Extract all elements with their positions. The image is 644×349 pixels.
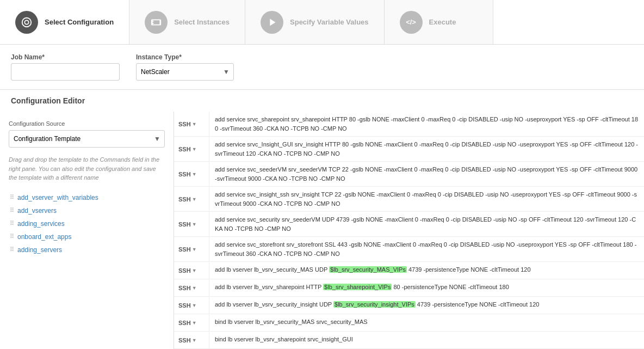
instance-type-group: Instance Type* NetScaler SDX MAS ▼ (136, 53, 234, 81)
drag-icon: ⠿ (10, 233, 14, 240)
ssh-badge[interactable]: SSH ▼ (174, 137, 209, 161)
cmd-text: add service srvc_Insight_GUI srv_insight… (209, 137, 644, 161)
ssh-dropdown-icon[interactable]: ▼ (192, 146, 197, 152)
template-list: ⠿ add_vserver_with_variables ⠿ add_vserv… (9, 191, 165, 256)
ssh-dropdown-icon[interactable]: ▼ (192, 285, 197, 291)
wizard-nav: Select Configuration Select Instances Sp… (0, 0, 644, 45)
select-instances-label: Select Instances (174, 18, 230, 26)
list-item[interactable]: ⠿ adding_services (9, 217, 165, 230)
ssh-badge[interactable]: SSH ▼ (174, 162, 209, 186)
cmd-text: bind lb vserver lb_vsrv_sharepoint srvc_… (209, 332, 644, 348)
variable-highlight: $lb_srv_security_MAS_VIPs (329, 266, 407, 273)
list-item[interactable]: ⠿ add_vserver_with_variables (9, 191, 165, 204)
job-name-input[interactable] (11, 63, 120, 81)
source-select-wrapper: Configuration Template Saved Configurati… (9, 130, 165, 148)
table-row: SSH ▼ add service svc_insight_ssh srv_in… (174, 187, 644, 212)
list-item[interactable]: ⠿ onboard_ext_apps (9, 230, 165, 243)
drag-icon: ⠿ (10, 220, 14, 227)
table-row: SSH ▼ add service svc_security srv_seede… (174, 212, 644, 237)
ssh-dropdown-icon[interactable]: ▼ (192, 222, 197, 227)
cmd-text: bind lb vserver lb_vsrv_security_MAS srv… (209, 314, 644, 331)
template-name: add_vserver_with_variables (17, 194, 98, 201)
variable-highlight: $lb_srv_security_insight_VIPs (333, 301, 416, 308)
ssh-badge[interactable]: SSH ▼ (174, 279, 209, 296)
execute-icon: </> (400, 11, 423, 34)
ssh-dropdown-icon[interactable]: ▼ (192, 268, 197, 273)
template-name: onboard_ext_apps (17, 233, 71, 241)
table-row: SSH ▼ add service svc_storefront srv_sto… (174, 237, 644, 262)
hint-text: Drag and drop the template to the Comman… (9, 155, 165, 182)
ssh-badge[interactable]: SSH ▼ (174, 187, 209, 211)
ssh-badge[interactable]: SSH ▼ (174, 314, 209, 331)
cmd-text: add service svc_insight_ssh srv_insight … (209, 187, 644, 211)
cmd-text: add service svc_security srv_seederVM UD… (209, 212, 644, 236)
wizard-step-execute[interactable]: </> Execute (385, 0, 493, 44)
list-item[interactable]: ⠿ add_vservers (9, 204, 165, 217)
table-row: SSH ▼ add lb vserver lb_vsrv_sharepoint … (174, 279, 644, 297)
table-row: SSH ▼ add service srvc_Insight_GUI srv_i… (174, 137, 644, 162)
select-config-label: Select Configuration (45, 18, 114, 26)
section-title: Configuration Editor (0, 90, 644, 112)
instance-type-select[interactable]: NetScaler SDX MAS (136, 63, 234, 81)
wizard-step-select-config[interactable]: Select Configuration (0, 0, 129, 44)
editor-container: Configuration Source Configuration Templ… (0, 112, 644, 349)
specify-vars-icon (261, 11, 283, 34)
table-row: SSH ▼ bind lb vserver lb_vsrv_security_M… (174, 314, 644, 332)
execute-label: Execute (429, 18, 456, 26)
table-row: SSH ▼ add lb vserver lb_vsrv_security_MA… (174, 262, 644, 279)
instance-type-label: Instance Type* (136, 53, 234, 61)
select-instances-icon (145, 11, 168, 34)
source-select[interactable]: Configuration Template Saved Configurati… (9, 130, 165, 148)
ssh-dropdown-icon[interactable]: ▼ (192, 320, 197, 326)
ssh-dropdown-icon[interactable]: ▼ (192, 121, 197, 127)
ssh-dropdown-icon[interactable]: ▼ (192, 303, 197, 308)
cmd-text: add service srvc_sharepoint srv_sharepoi… (209, 112, 644, 136)
variable-highlight: $lb_srv_sharepoint_VIPs (323, 284, 392, 290)
list-item[interactable]: ⠿ adding_servers (9, 243, 165, 256)
ssh-dropdown-icon[interactable]: ▼ (192, 172, 197, 177)
template-name: adding_servers (17, 246, 62, 254)
ssh-badge[interactable]: SSH ▼ (174, 262, 209, 279)
cmd-text: add lb vserver lb_vsrv_security_MAS UDP … (209, 262, 644, 279)
drag-icon: ⠿ (10, 246, 14, 253)
source-label: Configuration Source (9, 120, 165, 127)
job-name-label: Job Name* (11, 53, 120, 61)
ssh-dropdown-icon[interactable]: ▼ (192, 338, 197, 343)
ssh-badge[interactable]: SSH ▼ (174, 237, 209, 261)
drag-icon: ⠿ (10, 194, 14, 201)
ssh-badge[interactable]: SSH ▼ (174, 212, 209, 236)
job-name-group: Job Name* (11, 53, 120, 81)
cmd-text: add lb vserver lb_vsrv_security_insight … (209, 297, 644, 314)
table-row: SSH ▼ add service svc_seederVM srv_seede… (174, 162, 644, 187)
ssh-dropdown-icon[interactable]: ▼ (192, 247, 197, 252)
template-name: adding_services (17, 220, 65, 228)
template-name: add_vservers (17, 207, 57, 215)
ssh-badge[interactable]: SSH ▼ (174, 332, 209, 348)
form-area: Job Name* Instance Type* NetScaler SDX M… (0, 45, 644, 90)
wizard-step-specify-vars[interactable]: Specify Variable Values (245, 0, 385, 44)
drag-icon: ⠿ (10, 207, 14, 214)
cmd-text: add service svc_seederVM srv_seederVM TC… (209, 162, 644, 186)
ssh-badge[interactable]: SSH ▼ (174, 112, 209, 136)
ssh-dropdown-icon[interactable]: ▼ (192, 197, 197, 202)
ssh-badge[interactable]: SSH ▼ (174, 297, 209, 314)
table-row: SSH ▼ add service srvc_sharepoint srv_sh… (174, 112, 644, 137)
table-row: SSH ▼ bind lb vserver lb_vsrv_sharepoint… (174, 332, 644, 349)
cmd-text: add service svc_storefront srv_storefron… (209, 237, 644, 261)
cmd-text: add lb vserver lb_vsrv_sharepoint HTTP $… (209, 279, 644, 296)
wizard-step-select-instances[interactable]: Select Instances (129, 0, 245, 44)
commands-pane[interactable]: SSH ▼ add service srvc_sharepoint srv_sh… (174, 112, 644, 349)
instance-type-select-wrapper: NetScaler SDX MAS ▼ (136, 63, 234, 81)
table-row: SSH ▼ add lb vserver lb_vsrv_security_in… (174, 297, 644, 314)
specify-vars-label: Specify Variable Values (290, 18, 369, 26)
select-config-icon (15, 11, 38, 34)
left-sidebar: Configuration Source Configuration Templ… (0, 112, 174, 349)
